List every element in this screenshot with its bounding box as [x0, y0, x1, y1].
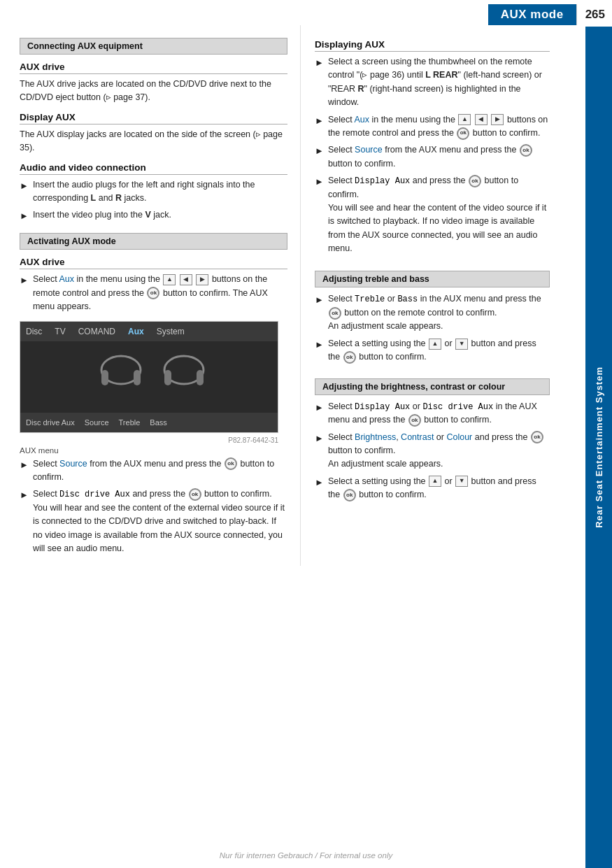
svg-rect-1: [101, 370, 108, 385]
image-caption: AUX menu: [20, 446, 287, 455]
list-item: ► Select Display Aux and press the ok bu…: [315, 174, 550, 255]
list-item: ► Select a setting using the ▲ or ▼ butt…: [315, 337, 550, 364]
aux-mode-title: AUX mode: [488, 4, 576, 25]
list-item: ► Select Source from the AUX menu and pr…: [20, 457, 287, 485]
display-aux-body: The AUX display jacks are located on the…: [20, 128, 287, 155]
right-column: Displaying AUX ► Select a screen using t…: [301, 25, 579, 566]
display-aux-title: Display AUX: [20, 112, 287, 122]
nav-left-btn: ◀: [180, 274, 192, 285]
ok-btn: ok: [520, 144, 532, 157]
headphones-svg: [79, 346, 219, 408]
bullet-arrow-icon: ►: [315, 293, 324, 307]
divider-5: [315, 51, 550, 52]
list-item: ► Select Disc drive Aux and press the ok…: [20, 488, 287, 555]
bottom-source: Source: [85, 418, 109, 427]
ok-btn: ok: [531, 431, 543, 443]
nav-up-btn: ▲: [429, 476, 441, 487]
divider-2: [20, 124, 287, 124]
image-top-bar: Disc TV COMAND Aux System: [20, 322, 278, 341]
aux-drive-activate-title: AUX drive: [20, 257, 287, 267]
list-item: ► Select a setting using the ▲ or ▼ butt…: [315, 475, 550, 502]
nav-right-btn: ▶: [491, 114, 504, 125]
list-item: ► Select Aux in the menu using the ▲ ◀ ▶…: [20, 273, 287, 313]
aux-drive-title: AUX drive: [20, 62, 287, 72]
bullet-arrow-icon: ►: [20, 273, 29, 287]
bullet-arrow-icon: ►: [20, 179, 29, 193]
svg-rect-4: [164, 370, 171, 385]
page-header: AUX mode 265: [0, 0, 612, 25]
bullet-arrow-icon: ►: [315, 144, 324, 158]
ok-btn: ok: [457, 127, 469, 140]
list-item: ► Select a screen using the thumbwheel o…: [315, 55, 550, 110]
list-item: ► Insert the audio plugs for the left an…: [20, 178, 287, 206]
bullet-arrow-icon: ►: [20, 458, 29, 472]
page-number: 265: [576, 4, 612, 25]
aux-drive-body: The AUX drive jacks are located on the C…: [20, 78, 287, 105]
nav-down-btn: ▼: [455, 339, 468, 350]
image-bottom-bar: Disc drive Aux Source Treble Bass: [20, 413, 278, 432]
divider-1: [20, 73, 287, 74]
nav-down-btn: ▼: [455, 476, 468, 487]
list-item: ► Select Brightness, Contrast or Colour …: [315, 431, 550, 471]
bullet-arrow-icon: ►: [315, 338, 324, 352]
section-box-activating: Activating AUX mode: [20, 233, 287, 250]
nav-up-btn: ▲: [429, 339, 441, 350]
list-item: ► Insert the video plug into the V jack.: [20, 208, 287, 223]
section-box-treble-bass: Adjusting treble and bass: [315, 271, 550, 287]
ok-btn: ok: [225, 457, 237, 470]
tab-disc: Disc: [26, 327, 42, 336]
divider-4: [20, 269, 287, 269]
image-content: [20, 341, 278, 413]
bullet-arrow-icon: ►: [20, 488, 29, 502]
svg-rect-5: [197, 370, 204, 385]
main-content: Connecting AUX equipment AUX drive The A…: [0, 25, 612, 566]
list-item: ► Select Aux in the menu using the ▲ ◀ ▶…: [315, 113, 550, 141]
svg-rect-2: [134, 370, 141, 385]
footer: Nur für internen Gebrauch / For internal…: [0, 851, 612, 860]
aux-menu-image: Disc TV COMAND Aux System: [20, 321, 278, 433]
ok-btn: ok: [469, 175, 481, 187]
bullet-arrow-icon: ►: [315, 56, 324, 70]
displaying-aux-title: Displaying AUX: [315, 39, 550, 50]
bottom-treble: Treble: [119, 418, 141, 427]
bullet-arrow-icon: ►: [315, 114, 324, 128]
section-box-connecting: Connecting AUX equipment: [20, 38, 287, 55]
audio-video-title: Audio and video connection: [20, 162, 287, 173]
nav-up-btn: ▲: [458, 114, 471, 125]
left-column: Connecting AUX equipment AUX drive The A…: [0, 25, 301, 566]
list-item: ► Select Display Aux or Disc drive Aux i…: [315, 400, 550, 427]
bullet-arrow-icon: ►: [315, 401, 324, 415]
bullet-arrow-icon: ►: [315, 432, 324, 446]
list-item: ► Select Source from the AUX menu and pr…: [315, 143, 550, 171]
tab-aux-active: Aux: [128, 327, 144, 336]
ok-btn: ok: [147, 287, 159, 299]
treble-bass-bullets: ► Select Treble or Bass in the AUX menu …: [315, 292, 550, 364]
ok-btn: ok: [329, 307, 341, 320]
tab-tv: TV: [55, 327, 65, 336]
audio-video-bullets: ► Insert the audio plugs for the left an…: [20, 178, 287, 224]
bullet-arrow-icon: ►: [20, 209, 29, 223]
ok-btn: ok: [343, 351, 356, 364]
sidebar-label-text: Rear Seat Entertainment System: [594, 367, 604, 528]
divider-3: [20, 174, 287, 175]
nav-right-btn: ▶: [196, 274, 208, 285]
ok-btn: ok: [343, 489, 356, 501]
after-image-bullets: ► Select Source from the AUX menu and pr…: [20, 457, 287, 556]
bullet-arrow-icon: ►: [315, 175, 324, 189]
aux-drive-activate-bullets: ► Select Aux in the menu using the ▲ ◀ ▶…: [20, 273, 287, 313]
list-item: ► Select Treble or Bass in the AUX menu …: [315, 292, 550, 333]
nav-up-btn: ▲: [163, 274, 176, 285]
image-ref: P82.87-6442-31: [20, 436, 278, 444]
ok-btn: ok: [189, 488, 201, 501]
bottom-bass: Bass: [150, 418, 166, 427]
nav-left-btn: ◀: [475, 114, 488, 125]
tab-comand: COMAND: [78, 327, 115, 336]
sidebar-label: Rear Seat Entertainment System: [585, 27, 612, 868]
tab-system: System: [157, 327, 185, 336]
bullet-arrow-icon: ►: [315, 476, 324, 490]
brightness-bullets: ► Select Display Aux or Disc drive Aux i…: [315, 400, 550, 502]
bottom-disc-drive-aux: Disc drive Aux: [26, 418, 75, 427]
header-title-block: AUX mode 265: [488, 4, 612, 25]
footer-text: Nur für internen Gebrauch / For internal…: [220, 851, 392, 860]
displaying-aux-bullets: ► Select a screen using the thumbwheel o…: [315, 55, 550, 255]
